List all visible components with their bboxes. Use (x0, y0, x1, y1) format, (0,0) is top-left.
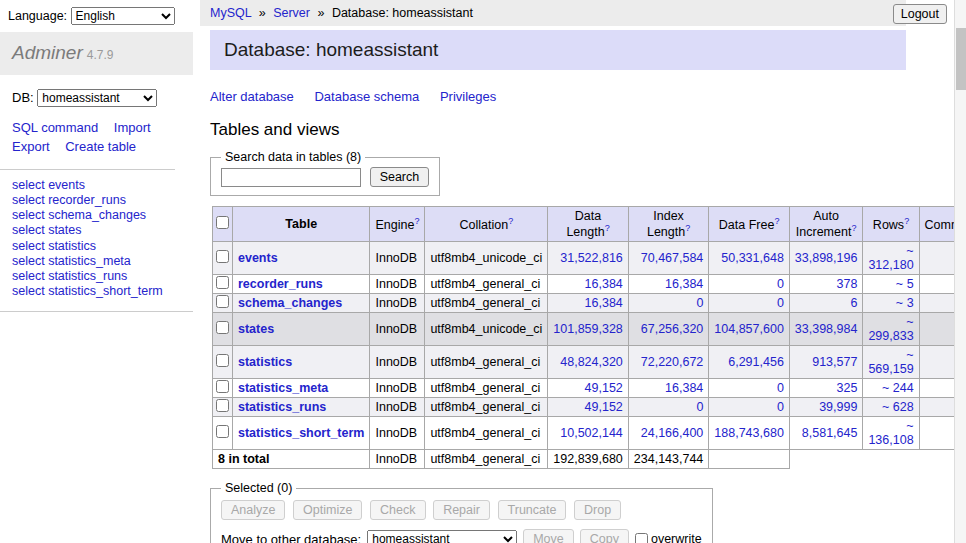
help-icon[interactable]: ? (774, 216, 779, 226)
data-length-link[interactable]: 101,859,328 (553, 322, 623, 336)
rows-count-link[interactable]: ~ 299,833 (868, 315, 913, 343)
help-icon[interactable]: ? (508, 216, 513, 226)
sidebar-item-select-statistics-meta[interactable]: select statistics_meta (12, 254, 181, 269)
move-button[interactable]: Move (523, 529, 574, 543)
sidebar-item-select-recorder-runs[interactable]: select recorder_runs (12, 193, 181, 208)
vertical-scrollbar[interactable] (954, 0, 966, 543)
help-icon[interactable]: ? (605, 223, 610, 233)
auto-increment-link[interactable]: 6 (850, 296, 857, 310)
rows-count-link[interactable]: ~ 628 (882, 400, 914, 414)
index-length-link[interactable]: 0 (696, 296, 703, 310)
sidebar-item-select-events[interactable]: select events (12, 178, 181, 193)
analyze-button[interactable]: Analyze (221, 500, 285, 520)
select-all-checkbox[interactable] (216, 216, 229, 229)
data-length-link[interactable]: 49,152 (585, 381, 623, 395)
data-length-link[interactable]: 10,502,144 (560, 426, 623, 440)
index-length-link[interactable]: 16,384 (665, 277, 703, 291)
auto-increment-link[interactable]: 378 (837, 277, 858, 291)
sidebar-link-import[interactable]: Import (114, 120, 151, 135)
alter-database-link[interactable]: Alter database (210, 89, 294, 104)
table-name-link[interactable]: statistics_runs (238, 400, 326, 414)
sidebar-item-select-statistics[interactable]: select statistics (12, 239, 181, 254)
app-logo[interactable]: Adminer4.7.9 (0, 32, 193, 75)
help-icon[interactable]: ? (851, 223, 856, 233)
drop-button[interactable]: Drop (574, 500, 621, 520)
table-row: states InnoDB utf8mb4_unicode_ci 101,859… (213, 313, 966, 346)
optimize-button[interactable]: Optimize (293, 500, 362, 520)
sidebar-link-export[interactable]: Export (12, 139, 50, 154)
language-select[interactable]: English (71, 7, 175, 25)
move-db-select[interactable]: homeassistant (367, 530, 517, 543)
row-checkbox[interactable] (216, 321, 229, 334)
rows-count-link[interactable]: ~ 312,180 (868, 244, 913, 272)
copy-button[interactable]: Copy (580, 529, 629, 543)
data-free-link[interactable]: 0 (777, 400, 784, 414)
table-name-link[interactable]: statistics (238, 355, 292, 369)
breadcrumb-server-link[interactable]: Server (273, 6, 310, 20)
index-length-link[interactable]: 0 (696, 400, 703, 414)
row-checkbox[interactable] (216, 295, 229, 308)
auto-increment-link[interactable]: 8,581,645 (802, 426, 858, 440)
index-length-link[interactable]: 70,467,584 (641, 251, 704, 265)
row-checkbox[interactable] (216, 425, 229, 438)
rows-count-link[interactable]: ~ 569,159 (868, 348, 913, 376)
index-length-link[interactable]: 67,256,320 (641, 322, 704, 336)
index-length-link[interactable]: 72,220,672 (641, 355, 704, 369)
rows-count-link[interactable]: ~ 3 (896, 296, 914, 310)
row-checkbox[interactable] (216, 399, 229, 412)
rows-count-link[interactable]: ~ 244 (882, 381, 914, 395)
data-free-link[interactable]: 0 (777, 381, 784, 395)
auto-increment-link[interactable]: 325 (837, 381, 858, 395)
sidebar-item-select-schema-changes[interactable]: select schema_changes (12, 208, 181, 223)
sidebar-item-select-statistics-runs[interactable]: select statistics_runs (12, 269, 181, 284)
row-checkbox[interactable] (216, 380, 229, 393)
table-name-link[interactable]: schema_changes (238, 296, 342, 310)
logout-button[interactable]: Logout (893, 4, 947, 24)
db-select[interactable]: homeassistant (37, 89, 157, 107)
sidebar-link-sql-command[interactable]: SQL command (12, 120, 98, 135)
row-checkbox[interactable] (216, 276, 229, 289)
table-name-link[interactable]: states (238, 322, 274, 336)
data-free-link[interactable]: 188,743,680 (714, 426, 784, 440)
auto-increment-link[interactable]: 913,577 (812, 355, 857, 369)
scrollbar-thumb[interactable] (956, 28, 966, 90)
auto-increment-link[interactable]: 39,999 (819, 400, 857, 414)
auto-increment-link[interactable]: 33,898,196 (795, 251, 858, 265)
data-free-link[interactable]: 0 (777, 296, 784, 310)
search-button[interactable]: Search (370, 167, 430, 187)
data-length-link[interactable]: 16,384 (585, 277, 623, 291)
data-free-link[interactable]: 6,291,456 (728, 355, 784, 369)
auto-increment-link[interactable]: 33,398,984 (795, 322, 858, 336)
search-input[interactable] (221, 168, 361, 187)
data-length-link[interactable]: 31,522,816 (560, 251, 623, 265)
help-icon[interactable]: ? (904, 216, 909, 226)
data-length-link[interactable]: 16,384 (585, 296, 623, 310)
index-length-link[interactable]: 16,384 (665, 381, 703, 395)
repair-button[interactable]: Repair (433, 500, 490, 520)
privileges-link[interactable]: Privileges (440, 89, 496, 104)
data-free-link[interactable]: 0 (777, 277, 784, 291)
sidebar-link-create-table[interactable]: Create table (65, 139, 136, 154)
table-name-link[interactable]: statistics_short_term (238, 426, 364, 440)
table-name-link[interactable]: recorder_runs (238, 277, 323, 291)
check-button[interactable]: Check (370, 500, 425, 520)
data-free-link[interactable]: 104,857,600 (714, 322, 784, 336)
row-checkbox[interactable] (216, 354, 229, 367)
data-length-link[interactable]: 49,152 (585, 400, 623, 414)
table-name-link[interactable]: statistics_meta (238, 381, 328, 395)
row-checkbox[interactable] (216, 250, 229, 263)
rows-count-link[interactable]: ~ 136,108 (868, 419, 913, 447)
data-length-link[interactable]: 48,824,320 (560, 355, 623, 369)
sidebar-item-select-states[interactable]: select states (12, 223, 181, 238)
truncate-button[interactable]: Truncate (498, 500, 567, 520)
database-schema-link[interactable]: Database schema (314, 89, 419, 104)
help-icon[interactable]: ? (685, 223, 690, 233)
table-name-link[interactable]: events (238, 251, 278, 265)
sidebar-item-select-statistics-short-term[interactable]: select statistics_short_term (12, 284, 181, 299)
overwrite-checkbox[interactable] (635, 533, 648, 543)
help-icon[interactable]: ? (414, 216, 419, 226)
data-free-link[interactable]: 50,331,648 (721, 251, 784, 265)
index-length-link[interactable]: 24,166,400 (641, 426, 704, 440)
breadcrumb-mysql-link[interactable]: MySQL (210, 6, 251, 20)
rows-count-link[interactable]: ~ 5 (896, 277, 914, 291)
